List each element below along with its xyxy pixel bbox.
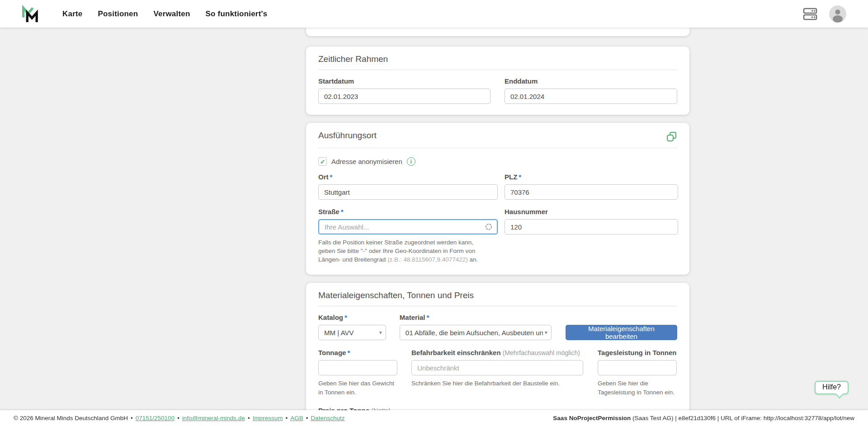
divider xyxy=(318,148,677,148)
material-selected-value: 01 Abfälle, die beim Aufsuchen, Ausbeute… xyxy=(406,329,543,337)
nav-item-positionen[interactable]: Positionen xyxy=(98,9,138,19)
nav-item-so-funktionierts[interactable]: So funktioniert's xyxy=(206,9,268,19)
section-title-ausfuehrungsort: Ausführungsort xyxy=(318,131,377,140)
befahrbarkeit-label: Befahrbarkeit einschränken (Mehrfachausw… xyxy=(411,349,583,356)
page-content: Zeitlicher Rahmen Startdatum Enddatum xyxy=(0,28,868,410)
footer-link-email[interactable]: info@mineral-minds.de xyxy=(182,415,245,421)
previous-card-cutoff xyxy=(306,28,689,36)
ort-label-text: Ort xyxy=(318,173,329,181)
field-ort: Ort* xyxy=(318,173,498,200)
footer-link-agb[interactable]: AGB xyxy=(290,415,303,421)
startdatum-input[interactable] xyxy=(318,89,491,104)
plz-input[interactable] xyxy=(505,184,678,200)
plz-label: PLZ* xyxy=(505,173,678,181)
strasse-label: Straße* xyxy=(318,208,498,215)
katalog-label: Katalog* xyxy=(318,314,386,321)
person-icon xyxy=(829,5,846,23)
tagesleistung-input[interactable] xyxy=(598,360,677,375)
tonnage-label-text: Tonnage xyxy=(318,349,346,356)
required-asterisk: * xyxy=(519,173,521,181)
field-startdatum: Startdatum xyxy=(318,77,498,104)
copy-icon[interactable] xyxy=(666,131,677,142)
strasse-helper-suffix: an. xyxy=(468,256,478,263)
checkbox-check-icon: ✓ xyxy=(320,158,326,165)
required-asterisk: * xyxy=(427,314,429,321)
user-avatar[interactable] xyxy=(829,5,846,23)
help-button[interactable]: Hilfe? xyxy=(815,381,849,394)
plz-label-text: PLZ xyxy=(505,173,517,181)
strasse-helper-text: Falls die Position keiner Straße zugeord… xyxy=(318,238,491,264)
chevron-down-icon: ▾ xyxy=(379,329,382,336)
page-footer: © 2026 Mineral Minds Deutschland GmbH • … xyxy=(0,410,868,426)
material-select[interactable]: 01 Abfälle, die beim Aufsuchen, Ausbeute… xyxy=(400,325,552,340)
section-title-material: Materialeigenschaften, Tonnen und Preis xyxy=(318,290,474,300)
edit-material-properties-button[interactable]: Materialeigenschaften bearbeiten xyxy=(566,325,677,340)
befahrbarkeit-helper-text: Schränken Sie hier die Befahrbarkeit der… xyxy=(411,379,583,388)
strasse-label-text: Straße xyxy=(318,208,340,215)
field-strasse: Straße* Falls die Position keiner Straße… xyxy=(318,208,498,264)
hausnummer-input[interactable] xyxy=(505,219,678,234)
anonymize-label: Adresse anonymisieren xyxy=(331,158,402,165)
befahrbarkeit-input[interactable] xyxy=(411,360,583,375)
field-befahrbarkeit: Befahrbarkeit einschränken (Mehrfachausw… xyxy=(411,349,583,397)
main-nav: Karte Positionen Verwalten So funktionie… xyxy=(62,9,267,19)
section-ausfuehrungsort: Ausführungsort ✓ Adresse anonymisieren i xyxy=(306,123,689,275)
befahrbarkeit-label-text: Befahrbarkeit einschränken xyxy=(411,349,501,356)
list-view-icon[interactable] xyxy=(803,7,817,21)
preis-label: Preis pro Tonne (Netto) xyxy=(318,407,677,410)
separator: • xyxy=(285,415,288,421)
required-asterisk: * xyxy=(330,173,333,181)
chevron-down-icon: ▾ xyxy=(545,329,547,336)
loading-spinner-icon xyxy=(485,223,492,230)
separator: • xyxy=(306,415,308,421)
required-asterisk: * xyxy=(341,208,344,215)
material-label: Material* xyxy=(400,314,552,321)
startdatum-label: Startdatum xyxy=(318,77,498,85)
field-enddatum: Enddatum xyxy=(505,77,678,104)
ort-input[interactable] xyxy=(318,184,498,200)
befahrbarkeit-hint: (Mehrfachauswahl möglich) xyxy=(503,349,580,356)
section-material: Materialeigenschaften, Tonnen und Preis … xyxy=(306,283,689,410)
field-hausnummer: Hausnummer xyxy=(505,208,678,264)
enddatum-label: Enddatum xyxy=(505,77,678,85)
saas-permission-text: Saas NoProjectPermission xyxy=(553,415,631,421)
anonymize-checkbox[interactable]: ✓ xyxy=(318,157,327,166)
footer-link-impressum[interactable]: Impressum xyxy=(253,415,283,421)
nav-item-karte[interactable]: Karte xyxy=(62,9,82,19)
strasse-input[interactable] xyxy=(318,219,498,234)
strasse-helper-example: (z.B.: 48.8115607,9.4077422) xyxy=(387,256,468,263)
divider xyxy=(318,70,677,70)
form-column: Zeitlicher Rahmen Startdatum Enddatum xyxy=(306,28,689,410)
navbar-right xyxy=(803,5,846,23)
separator: • xyxy=(131,415,133,421)
tonnage-input[interactable] xyxy=(318,360,397,375)
tagesleistung-helper-text: Geben Sie hier die Tagesleistung in Tonn… xyxy=(598,379,677,397)
tagesleistung-label: Tagesleistung in Tonnen xyxy=(598,349,677,356)
enddatum-input[interactable] xyxy=(505,89,677,104)
hausnummer-label: Hausnummer xyxy=(505,208,678,215)
info-icon[interactable]: i xyxy=(407,157,415,166)
katalog-select[interactable]: MM | AVV ▾ xyxy=(318,325,386,340)
material-label-text: Material xyxy=(400,314,425,321)
preis-label-text: Preis pro Tonne xyxy=(318,407,369,410)
required-asterisk: * xyxy=(347,349,350,356)
top-navbar: Karte Positionen Verwalten So funktionie… xyxy=(0,0,868,28)
field-plz: PLZ* xyxy=(505,173,678,200)
separator: • xyxy=(248,415,250,421)
mineral-minds-logo[interactable] xyxy=(20,5,38,23)
divider xyxy=(318,306,677,306)
nav-item-verwalten[interactable]: Verwalten xyxy=(153,9,190,19)
field-tagesleistung: Tagesleistung in Tonnen Geben Sie hier d… xyxy=(598,349,677,397)
footer-link-phone[interactable]: 07151/250100 xyxy=(136,415,175,421)
katalog-label-text: Katalog xyxy=(318,314,343,321)
copyright-text: © 2026 Mineral Minds Deutschland GmbH xyxy=(14,415,128,421)
ort-label: Ort* xyxy=(318,173,498,181)
tonnage-helper-text: Geben Sie hier das Gewicht in Tonnen ein… xyxy=(318,379,397,397)
tonnage-label: Tonnage* xyxy=(318,349,397,356)
section-title-zeitrahmen: Zeitlicher Rahmen xyxy=(318,54,388,64)
footer-link-datenschutz[interactable]: Datenschutz xyxy=(311,415,344,421)
katalog-selected-value: MM | AVV xyxy=(324,329,377,337)
separator: • xyxy=(177,415,179,421)
field-tonnage: Tonnage* Geben Sie hier das Gewicht in T… xyxy=(318,349,397,397)
section-zeitlicher-rahmen: Zeitlicher Rahmen Startdatum Enddatum xyxy=(306,47,689,115)
